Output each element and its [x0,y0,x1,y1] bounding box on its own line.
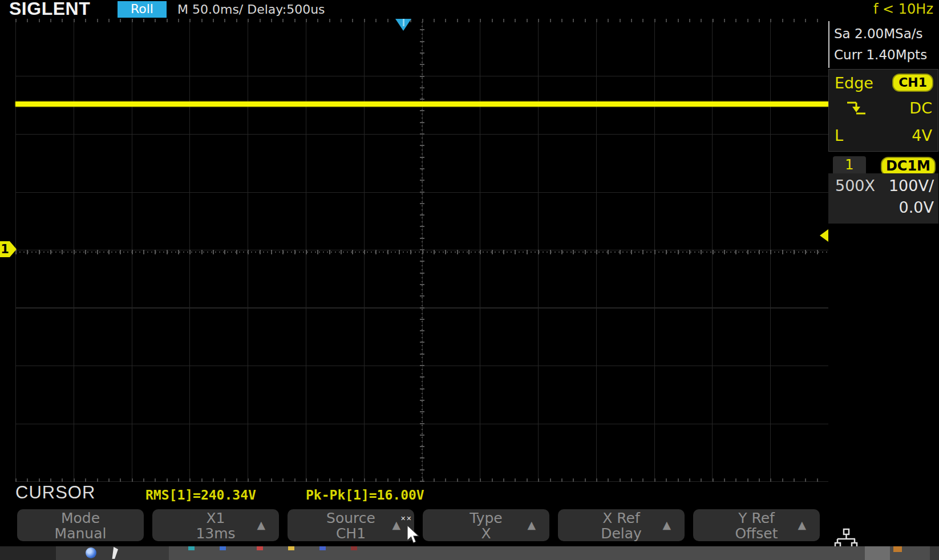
taskbar-icon[interactable] [319,546,326,550]
taskbar-tray-box[interactable] [865,546,890,560]
channel1-details: 500X 100V/ 0.0V [828,173,938,224]
active-menu-title: CURSOR [15,482,95,503]
mouse-cursor-icon [406,525,420,547]
taskbar-dark-section [0,546,56,560]
up-arrow-icon: ▲ [257,518,265,531]
pen-app-icon[interactable] [111,547,118,559]
channel1-tab[interactable]: 1 [833,156,866,173]
up-arrow-icon: ▲ [662,518,671,531]
channel1-offset: 0.0V [899,198,934,216]
oscilloscope-screen: SIGLENT Roll M 50.0ms/ Delay:500us f < 1… [0,0,939,560]
channel1-panel: 1 DC1M 500X 100V/ 0.0V [828,155,938,224]
up-arrow-icon: ▲ [392,518,400,531]
trigger-level-label: L [835,127,843,144]
memory-depth-readout: Curr 1.40Mpts [834,44,938,66]
taskbar-icon[interactable] [288,546,294,550]
softkey-source[interactable]: Source CH1 ▲ [288,509,414,541]
taskbar-icon[interactable] [351,546,357,550]
channel1-volts-per-div: 100V/ [889,177,934,194]
softkey-xref[interactable]: X Ref Delay ▲ [558,509,685,541]
grid-center-vertical-ticks [420,19,424,482]
sample-rate-readout: Sa 2.00MSa/s [834,23,938,44]
ch1-trace [15,102,828,107]
softkey-mode-value: Manual [17,526,144,541]
softkey-type[interactable]: Type X ▲ [423,509,549,541]
taskbar [0,546,939,560]
siglent-logo: SIGLENT [9,0,90,19]
trigger-panel: Edge CH1 DC L 4V [828,69,938,152]
taskbar-app-box[interactable] [56,546,169,560]
trigger-level-value: 4V [912,127,932,144]
measurement-rms: RMS[1]=240.34V [145,488,256,502]
softkey-yref[interactable]: Y Ref Offset ▲ [693,509,820,541]
up-arrow-icon: ▲ [798,518,806,531]
taskbar-end-section [930,546,939,560]
falling-edge-icon [845,99,868,120]
waveform-grid [15,19,828,482]
acquisition-panel: Sa 2.00MSa/s Curr 1.40Mpts [828,21,938,68]
cursor-busy-glyph: ✕✕ [400,515,411,522]
softkey-x1[interactable]: X1 13ms ▲ [152,509,279,541]
measurement-pkpk: Pk-Pk[1]=16.00V [306,488,424,502]
header-bar: SIGLENT Roll M 50.0ms/ Delay:500us f < 1… [0,0,939,19]
trigger-mode-label: Edge [835,74,873,92]
trigger-source-badge: CH1 [892,74,933,92]
browser-globe-icon[interactable] [86,547,96,558]
timebase-readout: M 50.0ms/ Delay:500us [177,2,325,17]
softkey-mode-label: Mode [17,510,144,526]
frequency-counter: f < 10Hz [873,1,933,17]
taskbar-icon[interactable] [220,546,226,550]
acquisition-mode-badge[interactable]: Roll [118,1,167,18]
softkey-mode[interactable]: Mode Manual [17,509,144,541]
taskbar-orange-icon[interactable] [893,546,902,552]
up-arrow-icon: ▲ [527,518,536,531]
taskbar-icon[interactable] [257,546,263,550]
taskbar-icon[interactable] [188,546,195,550]
trigger-position-marker-line [403,19,404,26]
trigger-level-marker-icon [820,229,828,242]
trigger-coupling-label: DC [909,99,932,117]
channel1-probe-attenuation: 500X [835,177,875,194]
ch1-ground-marker-icon: 1 [0,241,10,257]
